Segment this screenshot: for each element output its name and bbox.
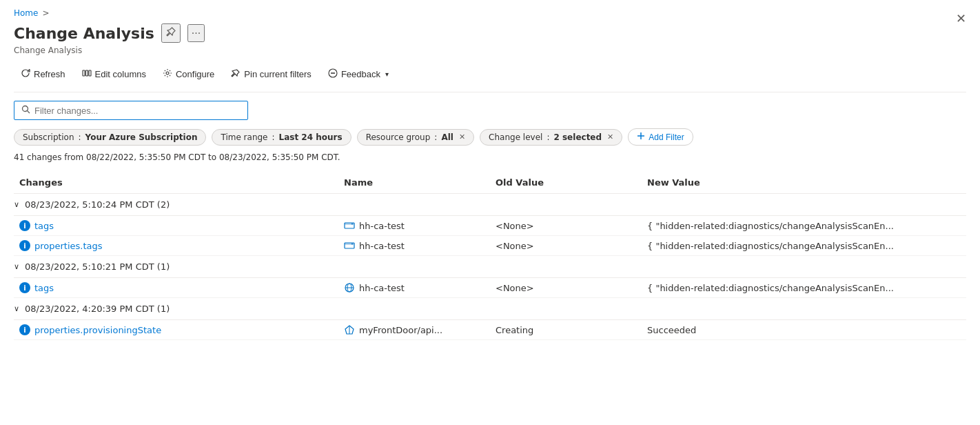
change-link[interactable]: properties.tags bbox=[34, 241, 103, 251]
configure-icon bbox=[163, 68, 172, 80]
group-row[interactable]: ∨ 08/23/2022, 5:10:24 PM CDT (2) bbox=[14, 194, 966, 216]
svg-point-7 bbox=[334, 72, 335, 74]
cell-old-value: <None> bbox=[490, 241, 642, 251]
cell-new-value: { "hidden-related:diagnostics/changeAnal… bbox=[642, 283, 966, 293]
group-row[interactable]: ∨ 08/23/2022, 4:20:39 PM CDT (1) bbox=[14, 298, 966, 320]
search-icon bbox=[21, 105, 30, 116]
cell-new-value: { "hidden-related:diagnostics/changeAnal… bbox=[642, 241, 966, 251]
change-level-filter-close[interactable]: ✕ bbox=[607, 132, 613, 141]
storage-icon bbox=[344, 220, 355, 231]
svg-point-8 bbox=[23, 106, 28, 112]
time-range-filter: Time range : Last 24 hours bbox=[212, 129, 351, 146]
search-box bbox=[14, 101, 248, 120]
page-title: Change Analysis bbox=[14, 25, 154, 42]
edit-columns-icon bbox=[82, 68, 92, 80]
breadcrumb: Home > bbox=[14, 8, 966, 18]
cell-new-value: { "hidden-related:diagnostics/changeAnal… bbox=[642, 221, 966, 231]
refresh-label: Refresh bbox=[34, 69, 65, 79]
svg-line-9 bbox=[28, 111, 30, 114]
cell-name-value: hh-ca-test bbox=[359, 241, 405, 251]
cell-old-value: Creating bbox=[490, 325, 642, 335]
pin-button[interactable] bbox=[161, 23, 181, 43]
refresh-button[interactable]: Refresh bbox=[14, 65, 72, 83]
time-range-filter-value: Last 24 hours bbox=[279, 132, 343, 142]
feedback-button[interactable]: Feedback ▾ bbox=[321, 65, 396, 83]
pin-filters-icon bbox=[231, 68, 241, 80]
svg-rect-1 bbox=[85, 70, 88, 76]
feedback-icon bbox=[328, 68, 338, 80]
cell-new-value: Succeeded bbox=[642, 325, 966, 335]
configure-button[interactable]: Configure bbox=[156, 65, 221, 83]
cell-change: i properties.tags bbox=[14, 240, 338, 251]
subscription-filter-label: Subscription bbox=[23, 132, 74, 142]
edit-columns-label: Edit columns bbox=[95, 69, 146, 79]
resource-group-filter: Resource group : All ✕ bbox=[357, 129, 474, 146]
chevron-down-icon: ∨ bbox=[14, 304, 19, 313]
change-level-filter-value: 2 selected bbox=[553, 132, 602, 142]
changes-table: Changes Name Old Value New Value ∨ 08/23… bbox=[14, 172, 966, 340]
cell-name-value: hh-ca-test bbox=[359, 221, 405, 231]
table-header: Changes Name Old Value New Value bbox=[14, 172, 966, 194]
cell-old-value: <None> bbox=[490, 283, 642, 293]
add-filter-label: Add Filter bbox=[649, 132, 684, 142]
cell-name: hh-ca-test bbox=[338, 220, 490, 231]
group-label: 08/23/2022, 4:20:39 PM CDT (1) bbox=[25, 304, 170, 314]
edit-columns-button[interactable]: Edit columns bbox=[75, 65, 153, 83]
chevron-down-icon: ∨ bbox=[14, 200, 19, 209]
cell-name-value: hh-ca-test bbox=[359, 283, 405, 293]
col-old-value: Old Value bbox=[490, 177, 642, 188]
svg-rect-0 bbox=[83, 70, 85, 76]
cell-name: myFrontDoor/api... bbox=[338, 324, 490, 335]
resource-group-filter-label: Resource group bbox=[366, 132, 431, 142]
table-row: i tags hh-ca-test <None> { "hidden-relat… bbox=[14, 216, 966, 236]
col-name: Name bbox=[338, 177, 490, 188]
add-filter-icon bbox=[637, 132, 645, 142]
cell-change: i tags bbox=[14, 282, 338, 293]
toolbar: Refresh Edit columns Configure Pin curre… bbox=[14, 65, 966, 92]
chevron-down-icon: ∨ bbox=[14, 262, 19, 271]
col-changes: Changes bbox=[14, 177, 338, 188]
subscription-filter-value: Your Azure Subscription bbox=[85, 132, 198, 142]
breadcrumb-separator: > bbox=[42, 8, 49, 18]
feedback-label: Feedback bbox=[341, 69, 380, 79]
info-icon: i bbox=[19, 240, 30, 251]
info-icon: i bbox=[19, 282, 30, 293]
globe-icon bbox=[344, 282, 355, 293]
info-icon: i bbox=[19, 220, 30, 231]
svg-point-6 bbox=[332, 72, 334, 74]
change-link[interactable]: tags bbox=[34, 283, 54, 293]
cell-name: hh-ca-test bbox=[338, 282, 490, 293]
cell-name: hh-ca-test bbox=[338, 240, 490, 251]
search-input[interactable] bbox=[34, 106, 241, 116]
breadcrumb-home[interactable]: Home bbox=[14, 8, 38, 18]
refresh-icon bbox=[21, 68, 30, 80]
group-label: 08/23/2022, 5:10:21 PM CDT (1) bbox=[25, 261, 170, 272]
pin-filters-button[interactable]: Pin current filters bbox=[224, 65, 318, 83]
cell-name-value: myFrontDoor/api... bbox=[359, 325, 442, 335]
cell-change: i properties.provisioningState bbox=[14, 324, 338, 335]
configure-label: Configure bbox=[176, 69, 214, 79]
resource-group-filter-value: All bbox=[441, 132, 453, 142]
changes-summary: 41 changes from 08/22/2022, 5:35:50 PM C… bbox=[14, 152, 966, 162]
more-options-button[interactable]: ··· bbox=[187, 24, 205, 42]
svg-point-14 bbox=[351, 224, 353, 225]
info-icon: i bbox=[19, 324, 30, 335]
add-filter-button[interactable]: Add Filter bbox=[628, 128, 693, 146]
resource-group-filter-close[interactable]: ✕ bbox=[459, 132, 465, 141]
group-row[interactable]: ∨ 08/23/2022, 5:10:21 PM CDT (1) bbox=[14, 256, 966, 278]
svg-point-17 bbox=[351, 244, 353, 245]
pin-filters-label: Pin current filters bbox=[244, 69, 312, 79]
feedback-dropdown-icon: ▾ bbox=[385, 70, 389, 78]
page-subtitle: Change Analysis bbox=[14, 46, 966, 55]
svg-point-3 bbox=[166, 72, 169, 75]
change-link[interactable]: properties.provisioningState bbox=[34, 325, 161, 335]
storage-icon bbox=[344, 240, 355, 251]
subscription-filter: Subscription : Your Azure Subscription bbox=[14, 129, 206, 146]
svg-rect-2 bbox=[89, 70, 91, 76]
filters-row: Subscription : Your Azure Subscription T… bbox=[14, 128, 966, 146]
change-link[interactable]: tags bbox=[34, 221, 54, 231]
cell-old-value: <None> bbox=[490, 221, 642, 231]
table-row: i properties.tags hh-ca-test <None> { "h… bbox=[14, 236, 966, 256]
time-range-filter-label: Time range bbox=[221, 132, 267, 142]
close-button[interactable]: ✕ bbox=[956, 11, 966, 26]
